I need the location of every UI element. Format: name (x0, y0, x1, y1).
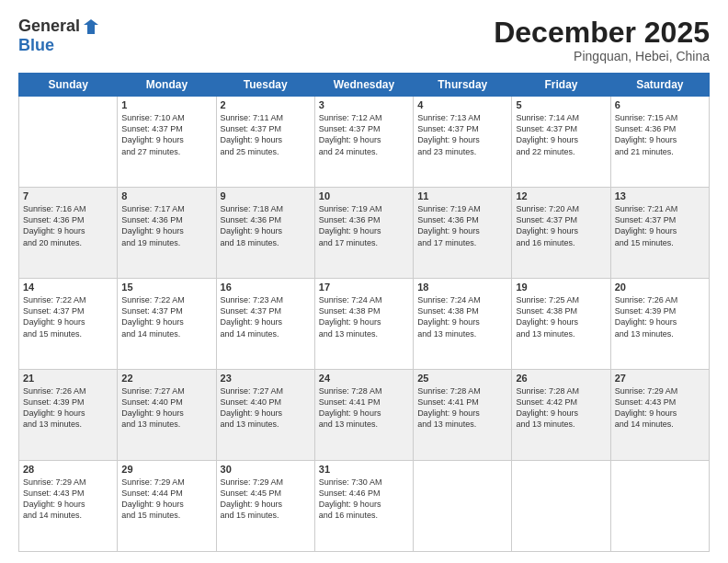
day-number: 3 (319, 99, 409, 110)
cell-content: Sunrise: 7:28 AMSunset: 4:41 PMDaylight:… (417, 385, 507, 431)
day-number: 25 (417, 373, 507, 384)
cell-content: Sunrise: 7:21 AMSunset: 4:37 PMDaylight:… (615, 203, 705, 248)
calendar-week-row: 28Sunrise: 7:29 AMSunset: 4:43 PMDayligh… (19, 461, 710, 552)
table-row: 15Sunrise: 7:22 AMSunset: 4:37 PMDayligh… (118, 279, 216, 370)
day-number: 27 (615, 373, 705, 384)
cell-content: Sunrise: 7:14 AMSunset: 4:37 PMDaylight:… (516, 112, 606, 157)
cell-content: Sunrise: 7:15 AMSunset: 4:36 PMDaylight:… (615, 112, 705, 157)
table-row: 20Sunrise: 7:26 AMSunset: 4:39 PMDayligh… (610, 279, 709, 370)
table-row: 10Sunrise: 7:19 AMSunset: 4:36 PMDayligh… (314, 188, 413, 279)
cell-content: Sunrise: 7:28 AMSunset: 4:41 PMDaylight:… (319, 385, 409, 431)
table-row: 1Sunrise: 7:10 AMSunset: 4:37 PMDaylight… (118, 97, 216, 188)
calendar-header-row: Sunday Monday Tuesday Wednesday Thursday… (19, 74, 710, 97)
day-number: 23 (221, 373, 311, 384)
logo-blue-text: Blue (18, 36, 54, 55)
location-subtitle: Pingquan, Hebei, China (494, 49, 710, 63)
day-number: 7 (23, 190, 113, 201)
table-row: 6Sunrise: 7:15 AMSunset: 4:36 PMDaylight… (610, 97, 709, 188)
day-number: 8 (121, 190, 211, 201)
day-number: 4 (417, 99, 507, 110)
col-tuesday: Tuesday (216, 74, 314, 97)
table-row: 3Sunrise: 7:12 AMSunset: 4:37 PMDaylight… (314, 97, 413, 188)
day-number: 29 (121, 464, 211, 475)
table-row: 5Sunrise: 7:14 AMSunset: 4:37 PMDaylight… (512, 97, 610, 188)
table-row: 9Sunrise: 7:18 AMSunset: 4:36 PMDaylight… (216, 188, 314, 279)
cell-content: Sunrise: 7:29 AMSunset: 4:43 PMDaylight:… (23, 477, 113, 522)
table-row: 8Sunrise: 7:17 AMSunset: 4:36 PMDaylight… (118, 188, 216, 279)
day-number: 22 (121, 373, 211, 384)
table-row: 2Sunrise: 7:11 AMSunset: 4:37 PMDaylight… (216, 97, 314, 188)
day-number: 12 (516, 190, 606, 201)
logo-general-text: General (18, 17, 80, 36)
svg-marker-0 (84, 19, 98, 34)
col-thursday: Thursday (414, 74, 512, 97)
cell-content: Sunrise: 7:19 AMSunset: 4:36 PMDaylight:… (417, 203, 507, 248)
table-row: 22Sunrise: 7:27 AMSunset: 4:40 PMDayligh… (118, 370, 216, 461)
table-row: 24Sunrise: 7:28 AMSunset: 4:41 PMDayligh… (314, 370, 413, 461)
day-number: 16 (221, 282, 311, 293)
cell-content: Sunrise: 7:24 AMSunset: 4:38 PMDaylight:… (319, 294, 409, 339)
day-number: 9 (221, 190, 311, 201)
table-row: 28Sunrise: 7:29 AMSunset: 4:43 PMDayligh… (19, 461, 118, 552)
cell-content: Sunrise: 7:27 AMSunset: 4:40 PMDaylight:… (221, 385, 311, 431)
logo-flag-icon (82, 17, 100, 36)
day-number: 21 (23, 373, 113, 384)
cell-content: Sunrise: 7:26 AMSunset: 4:39 PMDaylight:… (615, 294, 705, 339)
col-friday: Friday (512, 74, 610, 97)
cell-content: Sunrise: 7:19 AMSunset: 4:36 PMDaylight:… (319, 203, 409, 248)
calendar-week-row: 1Sunrise: 7:10 AMSunset: 4:37 PMDaylight… (19, 97, 710, 188)
table-row (414, 461, 512, 552)
table-row: 19Sunrise: 7:25 AMSunset: 4:38 PMDayligh… (512, 279, 610, 370)
table-row: 21Sunrise: 7:26 AMSunset: 4:39 PMDayligh… (19, 370, 118, 461)
day-number: 31 (319, 464, 409, 475)
col-saturday: Saturday (610, 74, 709, 97)
table-row: 31Sunrise: 7:30 AMSunset: 4:46 PMDayligh… (314, 461, 413, 552)
cell-content: Sunrise: 7:20 AMSunset: 4:37 PMDaylight:… (516, 203, 606, 248)
table-row: 16Sunrise: 7:23 AMSunset: 4:37 PMDayligh… (216, 279, 314, 370)
day-number: 17 (319, 282, 409, 293)
table-row: 7Sunrise: 7:16 AMSunset: 4:36 PMDaylight… (19, 188, 118, 279)
table-row: 14Sunrise: 7:22 AMSunset: 4:37 PMDayligh… (19, 279, 118, 370)
day-number: 20 (615, 282, 705, 293)
cell-content: Sunrise: 7:28 AMSunset: 4:42 PMDaylight:… (516, 385, 606, 431)
day-number: 30 (221, 464, 311, 475)
title-block: December 2025 Pingquan, Hebei, China (494, 17, 710, 63)
table-row: 18Sunrise: 7:24 AMSunset: 4:38 PMDayligh… (414, 279, 512, 370)
table-row: 4Sunrise: 7:13 AMSunset: 4:37 PMDaylight… (414, 97, 512, 188)
day-number: 11 (417, 190, 507, 201)
col-wednesday: Wednesday (314, 74, 413, 97)
cell-content: Sunrise: 7:22 AMSunset: 4:37 PMDaylight:… (121, 294, 211, 339)
col-sunday: Sunday (19, 74, 118, 97)
day-number: 14 (23, 282, 113, 293)
cell-content: Sunrise: 7:18 AMSunset: 4:36 PMDaylight:… (221, 203, 311, 248)
day-number: 28 (23, 464, 113, 475)
cell-content: Sunrise: 7:27 AMSunset: 4:40 PMDaylight:… (121, 385, 211, 431)
header: General Blue December 2025 Pingquan, Heb… (18, 17, 710, 63)
day-number: 13 (615, 190, 705, 201)
cell-content: Sunrise: 7:10 AMSunset: 4:37 PMDaylight:… (121, 112, 211, 157)
table-row: 30Sunrise: 7:29 AMSunset: 4:45 PMDayligh… (216, 461, 314, 552)
table-row: 29Sunrise: 7:29 AMSunset: 4:44 PMDayligh… (118, 461, 216, 552)
day-number: 19 (516, 282, 606, 293)
cell-content: Sunrise: 7:29 AMSunset: 4:43 PMDaylight:… (615, 385, 705, 431)
month-title: December 2025 (494, 17, 710, 49)
calendar-week-row: 14Sunrise: 7:22 AMSunset: 4:37 PMDayligh… (19, 279, 710, 370)
table-row: 13Sunrise: 7:21 AMSunset: 4:37 PMDayligh… (610, 188, 709, 279)
day-number: 15 (121, 282, 211, 293)
table-row: 27Sunrise: 7:29 AMSunset: 4:43 PMDayligh… (610, 370, 709, 461)
cell-content: Sunrise: 7:25 AMSunset: 4:38 PMDaylight:… (516, 294, 606, 339)
table-row: 17Sunrise: 7:24 AMSunset: 4:38 PMDayligh… (314, 279, 413, 370)
cell-content: Sunrise: 7:17 AMSunset: 4:36 PMDaylight:… (121, 203, 211, 248)
cell-content: Sunrise: 7:30 AMSunset: 4:46 PMDaylight:… (319, 477, 409, 522)
table-row (512, 461, 610, 552)
day-number: 1 (121, 99, 211, 110)
cell-content: Sunrise: 7:11 AMSunset: 4:37 PMDaylight:… (221, 112, 311, 157)
cell-content: Sunrise: 7:29 AMSunset: 4:44 PMDaylight:… (121, 477, 211, 522)
table-row: 26Sunrise: 7:28 AMSunset: 4:42 PMDayligh… (512, 370, 610, 461)
logo: General Blue (18, 17, 100, 55)
day-number: 26 (516, 373, 606, 384)
table-row: 12Sunrise: 7:20 AMSunset: 4:37 PMDayligh… (512, 188, 610, 279)
calendar-table: Sunday Monday Tuesday Wednesday Thursday… (18, 73, 710, 552)
page: General Blue December 2025 Pingquan, Heb… (0, 0, 728, 563)
calendar-week-row: 7Sunrise: 7:16 AMSunset: 4:36 PMDaylight… (19, 188, 710, 279)
